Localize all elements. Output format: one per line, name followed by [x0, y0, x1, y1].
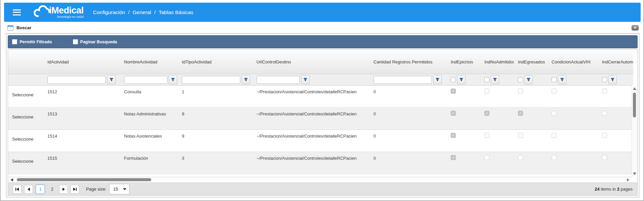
data-cell-flag — [548, 152, 598, 174]
column-header-indnoadmitidos[interactable]: IndNoAdmitidos — [480, 50, 514, 74]
breadcrumb-item[interactable]: General — [133, 9, 151, 15]
breadcrumb-item[interactable]: Tablas Básicas — [159, 9, 193, 15]
column-header-cantidad-registros-permitidos[interactable]: Cantidad Registros Permitidos — [369, 50, 447, 74]
data-cell: 0 — [369, 152, 447, 174]
column-header-urlcontroldestino[interactable]: UrlControlDestino — [252, 50, 369, 74]
row-checkbox-indegresados — [518, 111, 523, 116]
scroll-right-icon[interactable] — [627, 178, 630, 182]
data-cell: 1513 — [43, 108, 120, 130]
column-header-idactividad[interactable]: IdActividad — [43, 50, 120, 74]
filter-checkbox-indepicrisis[interactable] — [451, 77, 456, 82]
page-size-label: Page size: — [86, 187, 107, 192]
data-cell-flag — [447, 108, 480, 130]
paginar-busqueda-checkbox[interactable] — [73, 39, 78, 44]
filter-funnel-icon[interactable] — [608, 75, 617, 84]
column-header-nombreactividad[interactable]: NombreActividad — [120, 50, 178, 74]
column-header-idtipoactividad[interactable]: IdTipoActividad — [178, 50, 252, 74]
filter-funnel-icon[interactable] — [491, 75, 499, 84]
column-header-indcerrarautoma[interactable]: IndCerrarAutoma — [598, 50, 633, 74]
permitir-filtrado-checkbox[interactable] — [12, 39, 17, 44]
filter-input-urlcontroldestino[interactable] — [256, 76, 300, 84]
row-checkbox-indnoadmitidos — [484, 133, 489, 138]
filter-funnel-icon[interactable] — [457, 75, 466, 84]
last-page-button[interactable] — [71, 185, 79, 194]
first-page-button[interactable] — [13, 185, 22, 194]
data-cell: 1 — [178, 86, 252, 108]
filter-cell — [252, 74, 369, 86]
horizontal-scrollbar[interactable] — [8, 177, 632, 183]
column-header-select — [8, 50, 43, 74]
filter-cell — [120, 74, 178, 86]
close-panel-button[interactable]: ✕ — [632, 25, 639, 31]
filter-checkbox-indegresados[interactable] — [518, 77, 523, 82]
data-cell: Consulta — [120, 86, 178, 108]
filter-checkbox-condicionactualvih[interactable] — [552, 77, 557, 82]
breadcrumb: Configuración/General/Tablas Básicas — [93, 9, 194, 15]
data-cell-flag — [447, 130, 480, 152]
seleccione-link[interactable]: Seleccione — [8, 86, 43, 108]
row-checkbox-indcerrarautoma — [602, 89, 607, 94]
filter-funnel-icon[interactable] — [169, 75, 177, 84]
next-page-button[interactable] — [59, 185, 68, 194]
scroll-down-icon[interactable] — [633, 172, 636, 175]
breadcrumb-item[interactable]: Configuración — [93, 9, 125, 15]
data-cell-flag — [598, 130, 633, 152]
seleccione-link[interactable]: Seleccione — [8, 130, 43, 152]
scroll-left-icon[interactable] — [10, 178, 13, 182]
pager-info: 24 items in 2 pages — [595, 187, 633, 192]
filter-input-cantidad-registros-permitidos[interactable] — [373, 76, 432, 84]
search-panel: Permitir Filtrado Paginar Busqueda IdAct… — [6, 34, 639, 197]
page-size-select[interactable]: 15 — [109, 184, 129, 194]
data-cell: Notas Asistenciales — [120, 130, 178, 152]
row-checkbox-indcerrarautoma — [602, 111, 607, 116]
row-checkbox-indnoadmitidos — [484, 155, 489, 160]
filter-funnel-icon[interactable] — [301, 75, 310, 84]
row-checkbox-condicionactualvih — [552, 111, 557, 116]
current-page-button[interactable]: 1 — [36, 185, 45, 194]
paginar-busqueda-option[interactable]: Paginar Busqueda — [73, 39, 117, 44]
data-cell: 1515 — [43, 152, 120, 174]
filter-cell — [178, 74, 252, 86]
cloud-icon — [34, 5, 51, 20]
data-cell: 1514 — [43, 130, 120, 152]
data-cell-flag — [548, 130, 598, 152]
row-checkbox-indegresados — [518, 133, 523, 138]
filter-funnel-icon[interactable] — [558, 75, 566, 84]
data-cell-flag — [447, 86, 480, 108]
horizontal-scroll-thumb[interactable] — [17, 178, 151, 181]
filter-funnel-icon[interactable] — [107, 75, 116, 84]
filter-funnel-icon[interactable] — [524, 75, 533, 84]
page: iMedical Tecnología en salud Configuraci… — [0, 0, 644, 201]
imedical-logo: iMedical Tecnología en salud — [34, 5, 84, 20]
filter-checkbox-indnoadmitidos[interactable] — [484, 77, 489, 82]
filter-funnel-icon[interactable] — [242, 75, 250, 84]
seleccione-link[interactable]: Seleccione — [8, 152, 43, 174]
column-header-condicionactualvih[interactable]: CondicionActualVIH — [548, 50, 598, 74]
filter-funnel-icon[interactable] — [433, 75, 442, 84]
column-header-indegresados[interactable]: IndEgresados — [514, 50, 548, 74]
filter-input-idtipoactividad[interactable] — [182, 76, 240, 84]
seleccione-link[interactable]: Seleccione — [8, 108, 43, 130]
scroll-up-icon[interactable] — [633, 87, 636, 90]
grid-pager: 12 Page size: 15 24 items in 2 pages — [8, 183, 637, 195]
hamburger-menu-icon[interactable] — [13, 9, 21, 15]
column-header-indepicrisis[interactable]: IndEpicrisis — [447, 50, 480, 74]
permitir-filtrado-option[interactable]: Permitir Filtrado — [12, 39, 52, 44]
prev-page-button[interactable] — [24, 185, 33, 194]
data-cell: ~/Prestacion/Asistencial/Controles/detal… — [252, 86, 369, 108]
vertical-scrollbar[interactable] — [632, 85, 637, 177]
filter-input-nombreactividad[interactable] — [124, 76, 167, 84]
brand-tagline: Tecnología en salud — [49, 15, 84, 18]
page-button[interactable]: 2 — [48, 185, 56, 194]
filter-input-idactividad[interactable] — [47, 76, 106, 84]
filter-checkbox-indcerrarautoma[interactable] — [602, 77, 607, 82]
data-cell-flag — [514, 130, 548, 152]
row-checkbox-indcerrarautoma — [602, 133, 607, 138]
search-titlebar: Buscar ✕ — [4, 22, 641, 33]
permitir-filtrado-label: Permitir Filtrado — [19, 40, 52, 44]
data-cell-flag — [447, 152, 480, 174]
data-cell: 0 — [369, 86, 447, 108]
vertical-scroll-thumb[interactable] — [633, 93, 636, 117]
data-cell: ~/Prestacion/Asistencial/Controles/detal… — [252, 130, 369, 152]
row-checkbox-indegresados — [518, 89, 523, 94]
